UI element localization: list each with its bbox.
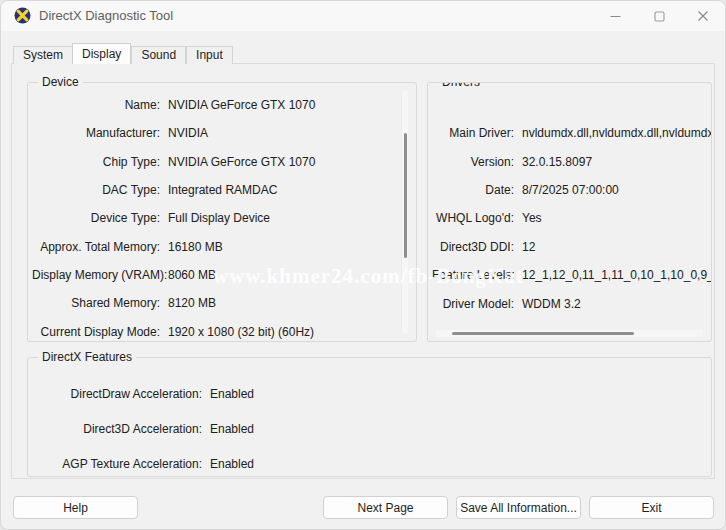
tab-system[interactable]: System (13, 46, 73, 64)
device-row-display-mode: Current Display Mode: 1920 x 1080 (32 bi… (32, 317, 416, 345)
device-row-chip-type: Chip Type: NVIDIA GeForce GTX 1070 (32, 148, 416, 176)
device-row-total-memory: Approx. Total Memory: 16180 MB (32, 232, 416, 260)
device-row-device-type: Device Type: Full Display Device (32, 204, 416, 232)
device-row-manufacturer: Manufacturer: NVIDIA (32, 119, 416, 147)
driver-row-date: Date: 8/7/2025 07:00:00 (432, 176, 711, 204)
tab-strip: System Display Sound Input (13, 43, 233, 64)
device-group: Device Name: NVIDIA GeForce GTX 1070 Man… (27, 82, 417, 342)
drivers-group: Drivers Main Driver: nvldumdx.dll,nvldum… (427, 82, 712, 342)
device-group-title: Device (38, 75, 83, 90)
driver-row-whql: WHQL Logo'd: Yes (432, 204, 711, 232)
feature-row-directdraw: DirectDraw Acceleration: Enabled (32, 376, 711, 411)
device-row-dac-type: DAC Type: Integrated RAMDAC (32, 176, 416, 204)
driver-row-driver-model: Driver Model: WDDM 3.2 (432, 289, 711, 317)
device-rows: Name: NVIDIA GeForce GTX 1070 Manufactur… (28, 91, 416, 346)
driver-row-main-driver: Main Driver: nvldumdx.dll,nvldumdx.dll,n… (432, 119, 711, 147)
feature-row-agp-texture: AGP Texture Acceleration: Enabled (32, 447, 711, 482)
tab-display[interactable]: Display (72, 43, 131, 64)
minimize-icon (610, 11, 621, 22)
drivers-group-title: Drivers (438, 82, 484, 90)
driver-row-feature-levels: Feature Levels: 12_1,12_0,11_1,11_0,10_1… (432, 261, 711, 289)
tab-sound[interactable]: Sound (131, 46, 186, 64)
driver-row-ddi: Direct3D DDI: 12 (432, 233, 711, 261)
device-vertical-scrollbar[interactable] (401, 91, 408, 333)
device-scrollbar-thumb[interactable] (404, 133, 407, 258)
exit-button[interactable]: Exit (589, 496, 714, 519)
dxdiag-window: DirectX Diagnostic Tool System Display S… (0, 0, 726, 530)
drivers-horizontal-scrollbar[interactable] (436, 330, 703, 337)
help-button[interactable]: Help (13, 496, 138, 519)
close-icon (697, 10, 709, 22)
tab-input[interactable]: Input (186, 46, 233, 64)
window-title: DirectX Diagnostic Tool (39, 1, 173, 31)
feature-row-direct3d: Direct3D Acceleration: Enabled (32, 411, 711, 446)
display-tab-page: Device Name: NVIDIA GeForce GTX 1070 Man… (11, 63, 715, 479)
directx-app-icon (14, 7, 31, 24)
title-bar: DirectX Diagnostic Tool (1, 1, 725, 31)
drivers-scrollbar-thumb[interactable] (452, 332, 634, 335)
save-all-information-button[interactable]: Save All Information... (456, 496, 581, 519)
window-controls (593, 1, 725, 31)
drivers-rows: Main Driver: nvldumdx.dll,nvldumdx.dll,n… (428, 119, 711, 318)
maximize-icon (654, 11, 665, 22)
minimize-button[interactable] (593, 1, 637, 31)
device-row-shared-memory: Shared Memory: 8120 MB (32, 289, 416, 317)
directx-features-title: DirectX Features (38, 350, 136, 365)
next-page-button[interactable]: Next Page (323, 496, 448, 519)
close-button[interactable] (681, 1, 725, 31)
directx-features-group: DirectX Features DirectDraw Acceleration… (27, 357, 712, 477)
features-rows: DirectDraw Acceleration: Enabled Direct3… (28, 376, 711, 482)
maximize-button[interactable] (637, 1, 681, 31)
driver-row-version: Version: 32.0.15.8097 (432, 147, 711, 175)
device-row-name: Name: NVIDIA GeForce GTX 1070 (32, 91, 416, 119)
device-row-display-memory: Display Memory (VRAM): 8060 MB (32, 261, 416, 289)
